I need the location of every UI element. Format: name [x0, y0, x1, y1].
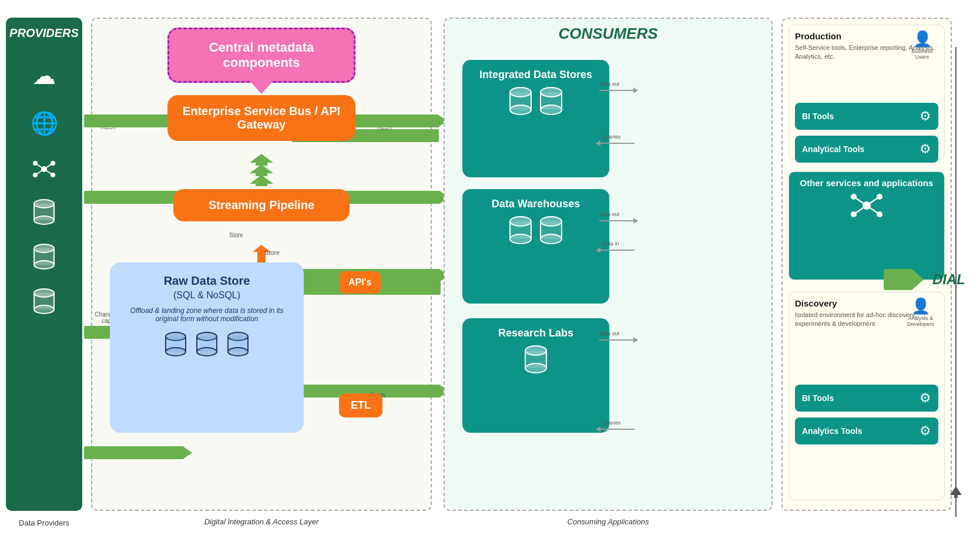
raw-data-desc: Offload & landing zone where data is sto…	[122, 307, 292, 323]
data-out-1-label: Data out	[599, 81, 619, 87]
data-warehouses-title: Data Warehouses	[492, 198, 580, 210]
metadata-title: Central metadata components	[187, 40, 336, 70]
queries-2-arrow	[599, 429, 635, 430]
metadata-box: Central metadata components	[167, 28, 355, 83]
data-in-label: Data in	[602, 241, 619, 247]
other-services-title: Other services and applications	[800, 178, 934, 188]
svg-point-13	[34, 216, 54, 224]
esb-box: Enterprise Service Bus / API Gateway	[167, 95, 355, 141]
dial-up-arrow	[950, 486, 962, 500]
raw-data-db-icons	[122, 332, 292, 358]
svg-line-73	[854, 197, 867, 206]
database1-icon	[33, 199, 55, 230]
svg-marker-25	[250, 164, 273, 176]
streaming-box: Streaming Pipeline	[173, 189, 350, 221]
chevrons-down	[250, 154, 273, 186]
discovery-section: Discovery Isolated environment for ad-ho…	[788, 292, 945, 500]
diagram-container: PROVIDERS ☁ 🌐	[0, 0, 980, 559]
integrated-stores-box: Integrated Data Stores	[462, 60, 609, 177]
other-services-network-icon	[849, 188, 884, 223]
right-panel: Production Self-Service tools, Enterpris…	[781, 18, 952, 511]
svg-point-62	[541, 234, 562, 244]
svg-line-6	[44, 163, 53, 169]
research-labs-icons	[524, 345, 548, 373]
integrated-stores-icons	[509, 87, 563, 115]
svg-point-32	[166, 348, 186, 356]
database3-icon	[33, 288, 55, 319]
database2-icon	[33, 244, 55, 275]
bi-tools-2-gear-icon	[919, 390, 931, 406]
bi-tools-2-btn: BI Tools	[795, 385, 938, 412]
streaming-title: Streaming Pipeline	[187, 198, 335, 212]
analytical-tools-btn: Analytical Tools	[795, 136, 938, 163]
svg-point-47	[510, 105, 531, 115]
dial-right-section: DIAL	[884, 269, 965, 290]
consumers-title: CONSUMERS	[558, 25, 657, 43]
bi-tools-1-gear-icon	[919, 109, 931, 124]
data-out-3-arrow	[599, 339, 635, 341]
dial-big-arrow	[884, 269, 913, 290]
consumers-section: CONSUMERS Consuming Applications Integra…	[444, 18, 773, 511]
svg-marker-77	[950, 486, 962, 498]
svg-point-57	[510, 234, 531, 244]
provider-batch-arrow	[84, 446, 184, 459]
apis-box: API's	[339, 271, 381, 294]
research-labs-box: Research Labs	[462, 318, 609, 433]
other-services-section: Other services and applications	[788, 171, 945, 280]
analytical-tools-gear-icon	[919, 142, 931, 157]
data-warehouses-box: Data Warehouses	[462, 189, 609, 304]
analytics-tools-label: Analytics Tools	[802, 426, 862, 436]
providers-title: PROVIDERS	[9, 26, 79, 40]
bi-tools-1-btn: BI Tools	[795, 103, 938, 130]
analytics-tools-btn: Analytics Tools	[795, 417, 938, 444]
cloud-icon: ☁	[32, 62, 56, 89]
data-out-1-arrow	[599, 90, 635, 91]
queries-1-arrow	[599, 143, 635, 144]
data-warehouses-icons	[509, 216, 563, 244]
queries-2-label: Queries	[602, 420, 621, 426]
production-section: Production Self-Service tools, Enterpris…	[788, 25, 945, 160]
apis-label: API's	[348, 277, 371, 288]
raw-data-title: Raw Data Store	[122, 274, 292, 288]
svg-point-52	[541, 105, 562, 115]
bi-tools-1-label: BI Tools	[802, 112, 834, 121]
svg-line-7	[35, 169, 44, 175]
analytical-tools-label: Analytical Tools	[802, 144, 864, 154]
globe-icon: 🌐	[31, 110, 58, 136]
svg-point-67	[525, 363, 546, 373]
store-label: Store	[264, 247, 280, 257]
queries-1-label: Queries	[602, 134, 621, 140]
svg-point-42	[228, 348, 248, 356]
analysts-icon: 👤 Analysts & Developers	[903, 297, 938, 327]
svg-line-75	[854, 206, 867, 214]
data-out-2-label: Data out	[599, 211, 619, 217]
metadata-ribbon	[250, 81, 273, 94]
network-icon	[32, 157, 56, 186]
integrated-stores-title: Integrated Data Stores	[479, 69, 592, 81]
svg-point-18	[34, 261, 54, 269]
svg-line-74	[867, 197, 880, 206]
providers-label: Data Providers	[19, 518, 69, 527]
raw-data-subtitle: (SQL & NoSQL)	[122, 290, 292, 301]
svg-point-23	[34, 305, 54, 314]
consumers-label: Consuming Applications	[568, 517, 649, 526]
business-user-icon: 👤 Business Users	[906, 30, 938, 60]
raw-data-box: Raw Data Store (SQL & NoSQL) Offload & l…	[110, 262, 304, 433]
analytics-tools-gear-icon	[919, 423, 931, 439]
svg-line-8	[44, 169, 53, 175]
svg-line-5	[35, 163, 44, 169]
data-out-2-arrow	[599, 220, 635, 221]
data-out-3-label: Data out	[599, 331, 619, 336]
etl-label: ETL	[351, 399, 371, 412]
svg-marker-26	[250, 175, 273, 186]
bi-tools-2-label: BI Tools	[802, 393, 834, 403]
data-in-arrow	[599, 250, 635, 251]
svg-line-76	[867, 206, 880, 214]
svg-marker-24	[250, 154, 273, 166]
etl-box: ETL	[339, 393, 382, 417]
dial-vertical-line	[955, 47, 956, 517]
svg-point-37	[197, 348, 217, 356]
provider-to-streaming-arrow	[84, 191, 184, 204]
store-text-label: Store	[229, 232, 243, 238]
dial-label: Digital Integration & Access Layer	[204, 517, 319, 526]
